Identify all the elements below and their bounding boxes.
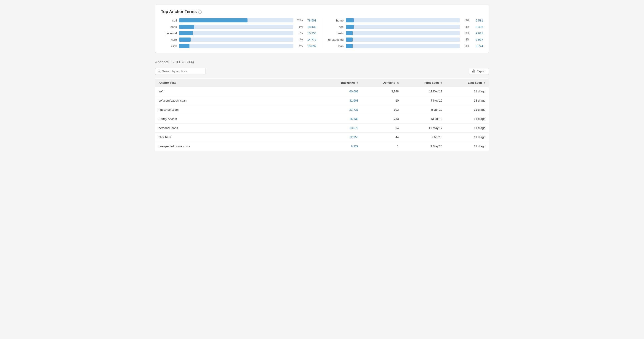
last-seen-cell: 11 d ago bbox=[446, 105, 488, 114]
bar-count[interactable]: 9,581 bbox=[472, 19, 483, 22]
search-input[interactable] bbox=[162, 70, 203, 73]
last-seen-cell: 11 d ago bbox=[446, 133, 488, 142]
bar-track bbox=[179, 18, 293, 23]
bar-pct: 3% bbox=[462, 25, 470, 28]
bar-row: here 4% 14,773 bbox=[161, 38, 316, 42]
col-last-seen[interactable]: Last Seen ⇅ bbox=[446, 79, 488, 87]
backlink-link[interactable]: 31,608 bbox=[350, 99, 358, 102]
bar-count[interactable]: 14,773 bbox=[305, 38, 316, 41]
col-first-seen[interactable]: First Seen ⇅ bbox=[402, 79, 446, 87]
anchors-section: Anchors 1 - 100 (8,914) bbox=[155, 59, 489, 151]
bar-count[interactable]: 9,406 bbox=[472, 25, 483, 29]
backlinks-cell: 60,692 bbox=[319, 87, 362, 96]
table-row: sofi.com/badchristian 31,608 10 7 Nov'19… bbox=[156, 96, 489, 105]
svg-line-1 bbox=[160, 72, 160, 72]
bar-fill bbox=[346, 44, 353, 48]
bar-chart-grid: sofi 23% 78,503 loans 5% 18,432 personal… bbox=[161, 18, 483, 48]
last-seen-cell: 11 d ago bbox=[446, 87, 488, 96]
bar-row: click 4% 13,892 bbox=[161, 44, 316, 48]
bar-count[interactable]: 18,432 bbox=[305, 25, 316, 29]
bar-count[interactable]: 8,724 bbox=[472, 44, 483, 48]
anchor-text-cell: personal loans bbox=[156, 124, 319, 133]
bar-pct: 5% bbox=[296, 32, 303, 35]
last-seen-cell: 11 d ago bbox=[446, 124, 488, 133]
bar-label: unexpected bbox=[328, 38, 344, 41]
first-seen-cell: 13 Jul'13 bbox=[402, 114, 446, 124]
sort-icon-domains: ⇅ bbox=[397, 82, 399, 84]
anchor-text-cell: sofi.com/badchristian bbox=[156, 96, 319, 105]
export-button[interactable]: Export bbox=[469, 68, 489, 75]
bar-pct: 4% bbox=[296, 38, 303, 41]
bar-fill bbox=[346, 25, 354, 29]
bar-pct: 4% bbox=[296, 44, 303, 48]
backlink-link[interactable]: 60,692 bbox=[350, 90, 358, 93]
col-domains[interactable]: Domains ⇅ bbox=[362, 79, 402, 87]
bar-track bbox=[179, 44, 293, 48]
anchors-range-label: 1 - 100 (8,914) bbox=[170, 60, 194, 64]
first-seen-cell: 2 Apr'16 bbox=[402, 133, 446, 142]
domains-cell: 103 bbox=[362, 105, 402, 114]
bar-label: loan bbox=[328, 44, 344, 48]
backlinks-cell: 12,953 bbox=[319, 133, 362, 142]
table-header-row: Anchor Text Backlinks ⇅ Domains ⇅ First … bbox=[156, 79, 489, 87]
sort-icon-first-seen: ⇅ bbox=[440, 82, 442, 84]
search-box[interactable] bbox=[155, 68, 206, 75]
domains-cell: 733 bbox=[362, 114, 402, 124]
backlink-link[interactable]: 8,929 bbox=[351, 145, 358, 148]
bar-fill bbox=[179, 25, 194, 29]
bar-label: sofi bbox=[161, 19, 177, 22]
bar-row: loans 5% 18,432 bbox=[161, 25, 316, 29]
right-bar-rows: home 3% 9,581 see 3% 9,406 costs 3% 9,01… bbox=[328, 18, 483, 48]
bar-fill bbox=[346, 38, 353, 42]
first-seen-cell: 7 Nov'19 bbox=[402, 96, 446, 105]
anchor-text-cell: https://sofi.com bbox=[156, 105, 319, 114]
domains-cell: 10 bbox=[362, 96, 402, 105]
card-title: Top Anchor Terms i bbox=[161, 9, 483, 14]
col-backlinks[interactable]: Backlinks ⇅ bbox=[319, 79, 362, 87]
anchors-table: Anchor Text Backlinks ⇅ Domains ⇅ First … bbox=[155, 79, 489, 151]
bar-pct: 3% bbox=[462, 32, 470, 35]
bar-label: home bbox=[328, 19, 344, 22]
backlink-link[interactable]: 23,731 bbox=[350, 108, 358, 111]
bar-fill bbox=[346, 18, 354, 23]
top-anchor-terms-card: Top Anchor Terms i sofi 23% 78,503 loans… bbox=[155, 5, 489, 53]
bar-fill bbox=[179, 18, 248, 23]
bar-track bbox=[346, 25, 460, 29]
backlinks-cell: 13,075 bbox=[319, 124, 362, 133]
domains-cell: 94 bbox=[362, 124, 402, 133]
backlink-link[interactable]: 13,075 bbox=[350, 126, 358, 130]
bar-count[interactable]: 15,353 bbox=[305, 32, 316, 35]
bar-label: costs bbox=[328, 32, 344, 35]
bar-row: personal 5% 15,353 bbox=[161, 31, 316, 35]
export-icon bbox=[472, 69, 475, 73]
bar-count[interactable]: 78,503 bbox=[305, 19, 316, 22]
bar-track bbox=[179, 25, 293, 29]
first-seen-cell: 8 Jan'19 bbox=[402, 105, 446, 114]
bar-track bbox=[346, 38, 460, 42]
search-icon bbox=[158, 70, 161, 73]
first-seen-cell: 9 May'20 bbox=[402, 142, 446, 151]
bar-label: see bbox=[328, 25, 344, 29]
bar-pct: 3% bbox=[462, 44, 470, 48]
bar-count[interactable]: 9,011 bbox=[472, 32, 483, 35]
info-icon[interactable]: i bbox=[198, 10, 202, 14]
sort-icon-backlinks: ⇅ bbox=[356, 82, 358, 84]
anchor-text-cell: click here bbox=[156, 133, 319, 142]
bar-pct: 3% bbox=[462, 19, 470, 22]
anchor-text-cell: unexpected home costs bbox=[156, 142, 319, 151]
anchor-text-cell: sofi bbox=[156, 87, 319, 96]
last-seen-cell: 13 d ago bbox=[446, 96, 488, 105]
bar-label: here bbox=[161, 38, 177, 41]
backlink-link[interactable]: 12,953 bbox=[350, 135, 358, 139]
bar-count[interactable]: 8,937 bbox=[472, 38, 483, 41]
backlink-link[interactable]: 16,130 bbox=[350, 117, 358, 121]
chart-divider bbox=[322, 18, 322, 48]
backlinks-cell: 31,608 bbox=[319, 96, 362, 105]
bar-count[interactable]: 13,892 bbox=[305, 44, 316, 48]
anchors-title-text: Anchors bbox=[155, 60, 169, 64]
bar-row: home 3% 9,581 bbox=[328, 18, 483, 23]
bar-row: sofi 23% 78,503 bbox=[161, 18, 316, 23]
bar-pct: 23% bbox=[296, 19, 303, 22]
export-label: Export bbox=[477, 70, 486, 73]
col-anchor-text: Anchor Text bbox=[156, 79, 319, 87]
